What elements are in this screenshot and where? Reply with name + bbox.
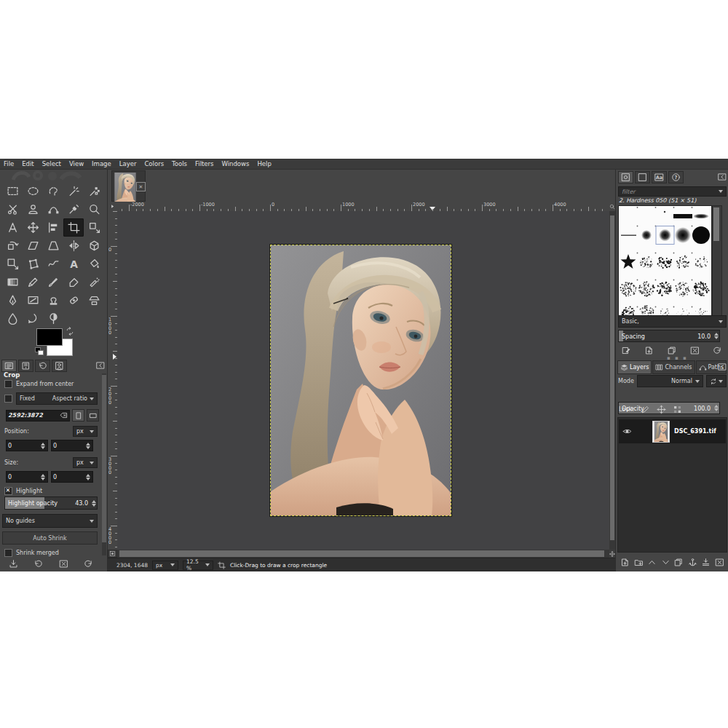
brushes-tab[interactable] (618, 171, 633, 183)
default-colors-icon[interactable] (35, 347, 44, 356)
spinner-icon[interactable] (39, 474, 46, 480)
portrait-orientation-button[interactable] (72, 409, 84, 422)
highlight-checkbox[interactable] (4, 487, 12, 495)
foreground-color-swatch[interactable] (36, 328, 63, 346)
tool-heal[interactable] (63, 291, 84, 309)
raise-layer-icon[interactable] (647, 558, 657, 567)
menu-help[interactable]: Help (257, 160, 271, 167)
quick-mask-toggle[interactable] (108, 550, 117, 558)
menu-filters[interactable]: Filters (195, 160, 213, 167)
navigation-button[interactable] (609, 550, 615, 558)
tool-pencil[interactable] (23, 273, 43, 291)
tool-paths[interactable] (43, 200, 63, 218)
fixed-checkbox[interactable] (4, 395, 12, 403)
brush-grid[interactable] (618, 205, 712, 316)
lower-layer-icon[interactable] (661, 558, 670, 567)
size-w-input[interactable]: 0 (6, 471, 48, 483)
menu-windows[interactable]: Windows (222, 160, 250, 167)
expand-from-center-checkbox[interactable] (4, 380, 12, 388)
menu-layer[interactable]: Layer (119, 160, 137, 167)
menu-edit[interactable]: Edit (22, 160, 33, 167)
tool-dodge-burn[interactable] (43, 309, 63, 328)
tool-free-select[interactable] (43, 182, 63, 200)
duplicate-layer-icon[interactable] (674, 558, 684, 567)
tool-eraser[interactable] (63, 273, 84, 291)
fonts-tab[interactable]: Aa (652, 171, 667, 183)
tool-shear[interactable] (23, 237, 43, 255)
collapse-left-icon[interactable] (96, 361, 105, 370)
tool-warp[interactable] (43, 255, 63, 273)
collapse-left-icon[interactable] (718, 363, 727, 371)
shrink-merged-row[interactable]: Shrink merged (4, 549, 59, 557)
patterns-tab[interactable] (635, 171, 650, 183)
tool-measure[interactable] (2, 218, 23, 237)
tab-layers[interactable]: Layers (617, 360, 652, 374)
tool-move[interactable] (23, 218, 43, 237)
image-tab[interactable]: ✕ (111, 170, 146, 202)
menu-image[interactable]: Image (92, 160, 111, 167)
tool-zoom[interactable] (84, 200, 104, 218)
shrink-merged-checkbox[interactable] (4, 549, 12, 557)
mode-dropdown[interactable]: Normal (637, 375, 703, 387)
layer-name[interactable]: DSC_6391.tif (674, 428, 716, 435)
edit-brush-icon[interactable] (622, 346, 631, 355)
tool-unified-transform[interactable] (84, 218, 104, 237)
vertical-ruler[interactable]: 01000200030004000 (108, 211, 118, 550)
tool-align[interactable] (43, 218, 63, 237)
new-layer-icon[interactable] (620, 558, 630, 567)
menu-colors[interactable]: Colors (144, 160, 164, 167)
tool-ink[interactable] (2, 291, 23, 309)
new-layer-group-icon[interactable] (634, 558, 644, 567)
tab-channels[interactable]: Channels (652, 360, 695, 374)
document-history-tab[interactable]: ? (668, 171, 684, 183)
position-unit-dropdown[interactable]: px (73, 426, 98, 437)
close-image-icon[interactable]: ✕ (136, 182, 146, 191)
new-brush-icon[interactable] (644, 346, 654, 355)
spinner-icon[interactable] (84, 443, 91, 449)
guides-dropdown[interactable]: No guides (2, 514, 98, 528)
reset-settings-icon[interactable] (84, 559, 93, 569)
tool-perspective[interactable] (43, 237, 63, 255)
tool-fg-select[interactable] (23, 200, 43, 218)
tool-scissors[interactable] (2, 200, 23, 218)
expand-from-center-row[interactable]: Expand from center (4, 380, 74, 388)
anchor-layer-icon[interactable] (688, 558, 697, 567)
brush-filter-input[interactable]: filter (618, 186, 727, 197)
tool-transform-3d[interactable] (84, 237, 104, 255)
menu-view[interactable]: View (69, 160, 84, 167)
tool-crop[interactable] (63, 218, 84, 237)
collapse-left-icon[interactable] (718, 173, 727, 181)
tool-airbrush[interactable] (84, 273, 104, 291)
lock-alpha-icon[interactable] (673, 405, 682, 414)
tool-perspective-clone[interactable] (84, 291, 104, 309)
tool-cage[interactable] (23, 255, 43, 273)
spacing-slider[interactable]: Spacing 10.0 (618, 330, 720, 342)
brush-grid-scrollbar[interactable] (712, 205, 722, 316)
star-brush[interactable] (621, 254, 636, 269)
highlight-opacity-slider[interactable]: Highlight opacity 43.0 (4, 496, 98, 510)
menu-tools[interactable]: Tools (172, 160, 187, 167)
merge-down-icon[interactable] (701, 558, 711, 567)
position-x-input[interactable]: 0 (6, 440, 48, 451)
tool-smudge[interactable] (23, 309, 43, 328)
brush-tag-dropdown[interactable]: Basic, (618, 315, 727, 328)
eye-icon[interactable] (622, 427, 632, 436)
size-unit-dropdown[interactable]: px (73, 457, 98, 468)
tool-paintbrush[interactable] (43, 273, 63, 291)
layer-row-selected[interactable]: DSC_6391.tif (619, 419, 726, 443)
device-status-tab[interactable] (18, 360, 33, 372)
tool-flip[interactable] (63, 237, 84, 255)
landscape-orientation-button[interactable] (87, 409, 99, 422)
duplicate-brush-icon[interactable] (668, 346, 677, 355)
delete-brush-icon[interactable] (690, 346, 700, 355)
zoom-follow-button[interactable] (609, 202, 615, 211)
layer-list[interactable]: DSC_6391.tif (617, 417, 727, 553)
spinner-icon[interactable] (713, 331, 719, 341)
tool-options-tab[interactable] (1, 360, 17, 372)
undo-history-tab[interactable] (35, 360, 50, 372)
clear-field-icon[interactable] (60, 411, 68, 419)
color-swatches[interactable] (36, 328, 77, 359)
tool-scale[interactable] (2, 255, 23, 273)
status-unit-dropdown[interactable]: px (152, 561, 178, 570)
tool-select-by-color[interactable] (84, 182, 104, 200)
